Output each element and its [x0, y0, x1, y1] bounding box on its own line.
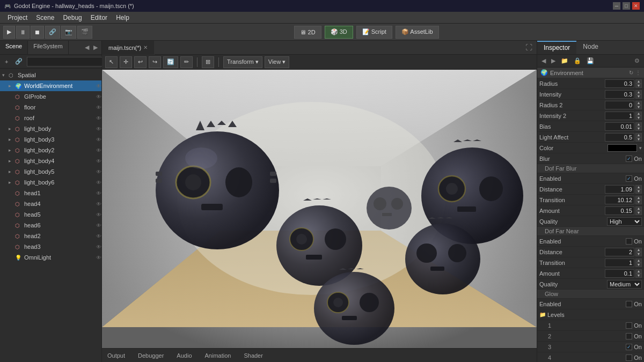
spin-down[interactable]: ▼ — [635, 263, 642, 267]
eye-icon[interactable]: 👁 — [96, 105, 101, 110]
spin-up[interactable]: ▲ — [635, 185, 642, 189]
eye-icon[interactable]: 👁 — [96, 158, 101, 164]
tab-output[interactable]: Output — [105, 351, 127, 360]
level-3-checkbox[interactable]: ✓ — [626, 344, 632, 350]
spin-down[interactable]: ▼ — [635, 211, 642, 215]
spin-up[interactable]: ▲ — [635, 248, 642, 252]
input-bias[interactable] — [605, 122, 634, 131]
input-dof-transition[interactable] — [605, 196, 634, 204]
menu-help[interactable]: Help — [112, 13, 134, 23]
redo-button[interactable]: ↪ — [149, 56, 161, 68]
input-intensity[interactable] — [605, 90, 634, 99]
spin-down[interactable]: ▼ — [635, 200, 642, 204]
tab-animation[interactable]: Animation — [203, 351, 233, 360]
tree-item-lightbody6[interactable]: ▸ ⬡ light_body6 👁 — [0, 177, 101, 188]
eye-icon[interactable]: 👁 — [96, 233, 101, 239]
eye-icon[interactable]: 👁 — [96, 180, 101, 186]
link-button[interactable]: 🔗 — [12, 56, 25, 67]
input-dof-distance[interactable] — [605, 185, 634, 194]
maximize-button[interactable]: □ — [623, 2, 630, 10]
near-enabled-checkbox[interactable] — [626, 238, 632, 245]
tree-item-floor[interactable]: ⬡ floor 👁 — [0, 102, 101, 113]
eye-icon[interactable]: 👁 — [96, 83, 101, 89]
lock-button[interactable]: 🔒 — [572, 56, 583, 65]
eye-icon[interactable]: 👁 — [96, 94, 101, 100]
tree-item-giprobe[interactable]: ⬡ GIProbe 👁 — [0, 91, 101, 102]
tree-item-lightbody4[interactable]: ▸ ⬡ light_body4 👁 — [0, 156, 101, 166]
refresh-button[interactable]: ↻ — [629, 70, 633, 76]
blur-checkbox[interactable]: ✓ — [626, 156, 632, 162]
transform-button[interactable]: Transform ▾ — [223, 56, 262, 68]
tree-item-roof[interactable]: ⬡ roof 👁 — [0, 113, 101, 123]
viewport-tab-main[interactable]: maijn.tscn(*) ✕ — [102, 41, 155, 55]
close-button[interactable]: ✕ — [632, 2, 640, 10]
forward-button[interactable]: ▶ — [549, 56, 558, 65]
tab-audio[interactable]: Audio — [174, 351, 194, 360]
mode-assetlib-button[interactable]: 📦 AssetLib — [396, 26, 439, 39]
spin-up[interactable]: ▲ — [635, 269, 642, 274]
select-near-quality[interactable]: Medium High Low — [607, 280, 642, 289]
panel-left-btn[interactable]: ◀ — [83, 43, 91, 51]
eye-icon[interactable]: 👁 — [96, 126, 101, 132]
eye-icon[interactable]: 👁 — [96, 223, 101, 228]
input-radius2[interactable] — [605, 101, 634, 109]
tab-filesystem[interactable]: FileSystem — [28, 41, 68, 54]
inspector-tab-inspector[interactable]: Inspector — [537, 41, 576, 54]
inspector-tab-node[interactable]: Node — [576, 41, 605, 54]
undo-button[interactable]: ↩ — [134, 56, 147, 68]
spin-down[interactable]: ▼ — [635, 137, 642, 142]
view-button[interactable]: View ▾ — [265, 56, 290, 68]
eye-icon[interactable]: 👁 — [96, 244, 101, 250]
tree-item-head3[interactable]: ⬡ head3 👁 — [0, 241, 101, 252]
add-node-button[interactable]: + — [2, 57, 11, 67]
more-button[interactable]: ⋮ — [635, 70, 641, 76]
dof-enabled-checkbox[interactable]: ✓ — [626, 175, 632, 182]
tree-item-head2[interactable]: ⬡ head2 👁 — [0, 231, 101, 241]
screenshot-button[interactable]: 📷 — [61, 26, 76, 39]
back-button[interactable]: ◀ — [539, 56, 548, 65]
panel-right-btn[interactable]: ▶ — [92, 43, 99, 51]
spin-down[interactable]: ▼ — [635, 105, 642, 109]
pencil-button[interactable]: ✏ — [180, 56, 193, 68]
spin-down[interactable]: ▼ — [635, 127, 642, 131]
mode-2d-button[interactable]: 🖥 2D — [294, 26, 321, 39]
input-near-amount[interactable] — [605, 269, 634, 278]
eye-icon[interactable]: 👁 — [96, 190, 101, 196]
tree-item-lightbody3[interactable]: ▸ ⬡ light_body3 👁 — [0, 134, 101, 145]
mode-3d-button[interactable]: 🎲 3D — [325, 26, 353, 39]
spin-down[interactable]: ▼ — [635, 189, 642, 194]
input-intensity2[interactable] — [605, 112, 634, 120]
spin-down[interactable]: ▼ — [635, 84, 642, 88]
eye-icon[interactable]: 👁 — [96, 169, 101, 175]
eye-icon[interactable]: 👁 — [96, 137, 101, 143]
eye-icon[interactable]: 👁 — [96, 201, 101, 207]
menu-scene[interactable]: Scene — [32, 13, 58, 23]
spin-up[interactable]: ▲ — [635, 196, 642, 200]
tree-item-lightbody[interactable]: ▸ ⬡ light_body 👁 — [0, 123, 101, 134]
tree-item-head6[interactable]: ⬡ head6 👁 — [0, 220, 101, 231]
spin-up[interactable]: ▲ — [635, 258, 642, 263]
level-1-checkbox[interactable] — [626, 322, 632, 329]
select-tool-button[interactable]: ↖ — [105, 56, 118, 68]
move-tool-button[interactable]: ✛ — [120, 56, 132, 68]
input-lightaffect[interactable] — [605, 133, 634, 142]
debug-button[interactable]: 🔗 — [45, 26, 60, 39]
spin-up[interactable]: ▲ — [635, 206, 642, 211]
mode-script-button[interactable]: 📝 Script — [356, 26, 392, 39]
stop-button[interactable]: ⏹ — [31, 26, 44, 39]
spin-up[interactable]: ▲ — [635, 133, 642, 137]
input-near-distance[interactable] — [605, 248, 634, 256]
eye-icon[interactable]: 👁 — [96, 255, 101, 261]
glow-enabled-checkbox[interactable] — [626, 301, 632, 307]
tree-item-lightbody5[interactable]: ▸ ⬡ light_body5 👁 — [0, 166, 101, 177]
tab-debugger[interactable]: Debugger — [136, 351, 166, 360]
menu-editor[interactable]: Editor — [86, 13, 112, 23]
input-near-transition[interactable] — [605, 258, 634, 267]
eye-icon[interactable]: 👁 — [96, 115, 101, 121]
expand-viewport-button[interactable]: ⛶ — [521, 43, 537, 51]
folder-button[interactable]: 📁 — [559, 56, 570, 65]
play-button[interactable]: ▶ — [3, 26, 15, 39]
input-radius[interactable] — [605, 79, 634, 88]
tree-item-worldenv[interactable]: ▸ 🌍 WorldEnvironment 👁 — [0, 80, 101, 91]
spin-down[interactable]: ▼ — [635, 252, 642, 256]
